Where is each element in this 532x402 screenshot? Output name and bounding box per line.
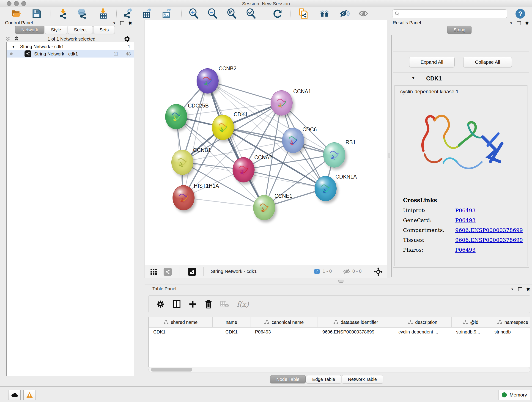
show-columns-icon[interactable]	[172, 300, 181, 308]
search-input[interactable]	[392, 9, 507, 18]
crosslink-link[interactable]: P06493	[455, 247, 476, 253]
export-network-icon[interactable]	[123, 8, 133, 19]
selected-nodes-checkbox[interactable]: ✓	[314, 269, 320, 274]
network-node-cdc25b[interactable]	[165, 104, 187, 129]
column-header--id[interactable]: @id	[452, 317, 490, 327]
column-header-database-identifier[interactable]: database identifier	[318, 317, 394, 327]
left-splitter[interactable]	[135, 20, 145, 386]
tab-edge-table[interactable]: Edge Table	[306, 375, 341, 383]
network-node-cdk1[interactable]	[212, 115, 234, 140]
network-node-hist1h1a[interactable]	[172, 185, 195, 211]
collapse-panel-icon[interactable]: ▼	[510, 21, 513, 25]
close-panel-icon[interactable]: ✖	[525, 22, 529, 25]
float-panel-icon[interactable]	[518, 287, 522, 291]
network-canvas[interactable]: CCNB2CCNA1CDC25BCDK1CDC6RB1CCNB1CCNA2CDK…	[145, 20, 387, 265]
splitter-handle[interactable]	[388, 153, 390, 158]
birdseye-navigator-icon[interactable]	[374, 268, 383, 276]
zoom-fit-icon[interactable]	[227, 8, 237, 19]
network-row[interactable]: String Network - cdk1 11 48	[7, 50, 134, 57]
crosslink-link[interactable]: P06493	[455, 207, 476, 213]
column-header-canonical-name[interactable]: canonical name	[250, 317, 318, 327]
zoom-out-icon[interactable]	[208, 8, 218, 19]
gene-collapse-triangle-icon[interactable]: ▼	[412, 76, 415, 80]
table-cell[interactable]: CDK1	[213, 329, 250, 335]
table-cell[interactable]: cyclin-dependent ...	[394, 329, 452, 335]
crosslink-link[interactable]: 9606.ENSP00000378699	[455, 237, 523, 243]
export-table-icon[interactable]	[142, 8, 152, 19]
network-node-ccna2[interactable]	[233, 157, 254, 182]
tab-network[interactable]: Network	[15, 26, 44, 34]
collapse-all-networks-icon[interactable]	[5, 36, 11, 41]
expand-all-networks-icon[interactable]	[14, 36, 19, 41]
node-table[interactable]: shared namenamecanonical namedatabase id…	[148, 317, 530, 367]
column-header-shared-name[interactable]: shared name	[149, 317, 213, 327]
table-cell[interactable]: P06493	[250, 329, 318, 335]
network-share-view-icon[interactable]	[164, 268, 172, 276]
horizontal-scrollbar[interactable]	[148, 367, 530, 372]
hide-edges-eye-icon[interactable]	[340, 8, 350, 19]
import-network-from-file-icon[interactable]	[58, 8, 68, 19]
collapse-panel-icon[interactable]: ▼	[113, 21, 116, 25]
network-node-ccne1[interactable]	[253, 195, 275, 220]
help-button[interactable]: ?	[515, 9, 525, 19]
network-options-gear-icon[interactable]	[124, 36, 131, 42]
column-header-name[interactable]: name	[213, 317, 250, 327]
table-cell[interactable]: stringdb:9...	[452, 329, 490, 335]
network-collection-row[interactable]: ▼ String Network - cdk1 1	[7, 43, 134, 50]
close-panel-icon[interactable]: ✖	[128, 22, 132, 25]
scrollbar-thumb[interactable]	[151, 368, 192, 371]
table-cell[interactable]: stringdb	[490, 329, 530, 335]
collapse-all-button[interactable]: Collapse All	[463, 57, 512, 67]
splitter-handle[interactable]	[338, 280, 344, 283]
network-edge[interactable]	[183, 81, 207, 198]
warnings-button[interactable]	[23, 390, 36, 400]
import-network-from-database-icon[interactable]	[77, 8, 88, 19]
close-panel-icon[interactable]: ✖	[526, 288, 530, 291]
crosslink-link[interactable]: P06493	[455, 217, 476, 223]
network-node-cdkn1a[interactable]	[315, 176, 336, 201]
tab-network-table[interactable]: Network Table	[342, 375, 383, 383]
horizontal-splitter[interactable]	[145, 278, 532, 284]
network-node-cdc6[interactable]	[282, 128, 304, 153]
memory-button[interactable]: Memory	[499, 390, 530, 400]
clone-network-icon[interactable]	[298, 8, 308, 19]
float-panel-icon[interactable]	[517, 21, 521, 25]
network-node-rb1[interactable]	[323, 142, 345, 167]
grid-view-icon[interactable]	[150, 268, 157, 275]
tab-sets[interactable]: Sets	[93, 26, 115, 34]
tab-string[interactable]: String	[447, 26, 472, 34]
expand-all-button[interactable]: Expand All	[409, 57, 455, 67]
save-session-icon[interactable]	[32, 8, 42, 19]
network-edge[interactable]	[207, 81, 281, 103]
detach-view-icon[interactable]	[188, 268, 196, 276]
table-options-gear-icon[interactable]	[156, 300, 165, 308]
table-cell[interactable]: 9606.ENSP00000378699	[318, 329, 394, 335]
open-session-icon[interactable]	[11, 8, 21, 19]
zoom-selected-icon[interactable]	[246, 8, 256, 19]
network-node-ccna1[interactable]	[271, 90, 293, 115]
table-cell[interactable]: CDK1	[149, 329, 213, 335]
gene-section-header[interactable]: ▼ CDK1	[393, 72, 529, 85]
delete-column-icon[interactable]	[205, 300, 212, 308]
right-splitter[interactable]	[387, 20, 390, 278]
crosslink-link[interactable]: 9606.ENSP00000378699	[455, 227, 523, 233]
network-node-ccnb2[interactable]	[196, 68, 219, 94]
tab-node-table[interactable]: Node Table	[270, 375, 306, 383]
zoom-in-icon[interactable]	[189, 8, 199, 19]
refresh-view-icon[interactable]	[273, 8, 283, 19]
double-house-icon[interactable]	[319, 8, 329, 19]
collapse-panel-icon[interactable]: ▼	[511, 287, 514, 291]
show-eye-icon[interactable]	[358, 8, 368, 19]
column-header-namespace[interactable]: namespace	[490, 317, 530, 327]
cloud-status-button[interactable]	[8, 390, 21, 400]
collection-expand-triangle-icon[interactable]: ▼	[12, 45, 15, 49]
column-header-description[interactable]: description	[394, 317, 452, 327]
network-edge[interactable]	[243, 170, 325, 188]
export-image-icon[interactable]	[162, 8, 172, 19]
add-column-icon[interactable]	[189, 300, 197, 308]
tab-style[interactable]: Style	[45, 26, 67, 34]
network-node-ccnb1[interactable]	[171, 150, 193, 175]
tab-select[interactable]: Select	[68, 26, 93, 34]
network-edge[interactable]	[183, 198, 264, 207]
float-panel-icon[interactable]	[120, 21, 124, 25]
